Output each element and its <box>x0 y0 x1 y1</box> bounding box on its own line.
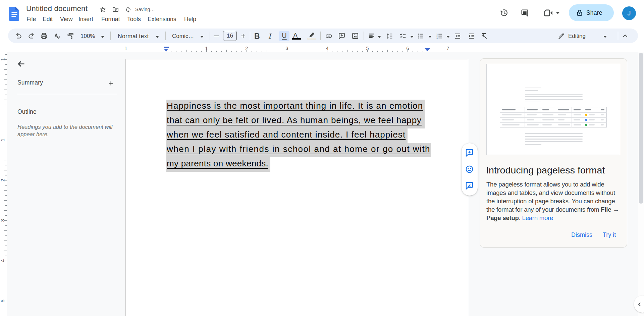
svg-text:3: 3 <box>436 37 438 39</box>
